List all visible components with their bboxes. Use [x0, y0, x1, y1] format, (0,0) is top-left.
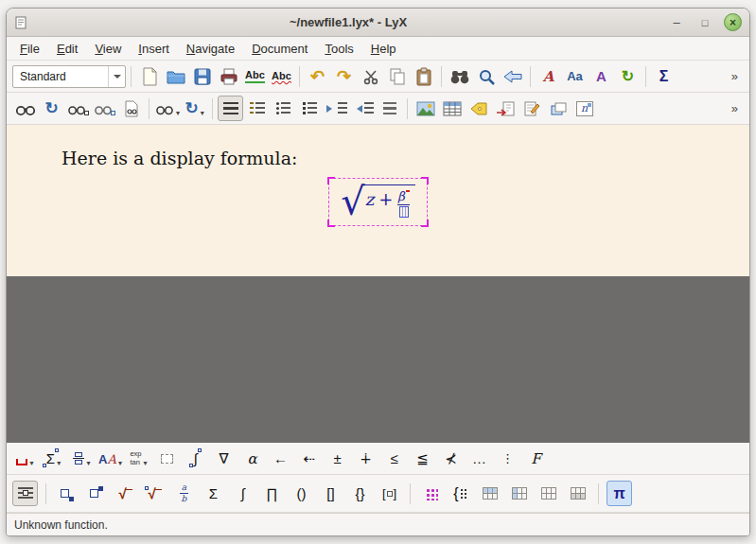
math-space-menu-button[interactable]: ▾	[12, 446, 38, 471]
dashed-arrow-button[interactable]: ⇠	[296, 446, 322, 471]
noun-style-button[interactable]: Aa	[562, 63, 588, 89]
save-button[interactable]	[189, 63, 215, 89]
braces-button[interactable]: {}	[347, 481, 373, 506]
delimiters-button[interactable]: []	[377, 481, 402, 506]
cases-environment-button[interactable]: {	[448, 481, 473, 506]
language-check-button[interactable]: Abc	[269, 63, 294, 89]
view-other-formats-button[interactable]: ▾	[154, 96, 181, 121]
menu-view[interactable]: View	[87, 40, 129, 58]
update-button[interactable]: ↻	[39, 96, 64, 121]
description-list-button[interactable]	[297, 96, 323, 121]
integral-button[interactable]: ∫	[230, 481, 255, 506]
square-root-button[interactable]: √	[113, 481, 138, 506]
toolbar-overflow-button[interactable]: »	[726, 99, 744, 117]
print-button[interactable]	[216, 63, 241, 89]
search-button[interactable]	[473, 63, 499, 89]
bullet-list-button[interactable]	[271, 96, 296, 121]
dots-button[interactable]: …	[466, 446, 492, 471]
menu-file[interactable]: File	[12, 40, 47, 58]
paragraph-settings-button[interactable]	[218, 96, 243, 121]
empty-placeholder-box[interactable]	[399, 206, 409, 218]
display-formula-toggle[interactable]	[12, 481, 38, 506]
plus-minus-button[interactable]: ±	[325, 446, 350, 471]
parentheses-button[interactable]: ()	[289, 481, 314, 506]
fraction-button[interactable]: ab	[171, 481, 197, 506]
increase-depth-button[interactable]	[324, 96, 349, 121]
brackets-button[interactable]: []	[318, 481, 343, 506]
copy-button[interactable]	[384, 63, 410, 89]
menu-document[interactable]: Document	[244, 40, 315, 58]
open-document-button[interactable]	[163, 63, 188, 89]
view-button[interactable]	[12, 96, 38, 121]
dot-plus-button[interactable]: ∔	[353, 446, 378, 471]
a-over-b-icon: ab	[180, 483, 188, 503]
navigate-back-button[interactable]	[500, 63, 525, 89]
new-document-button[interactable]	[136, 63, 162, 89]
layout-combobox[interactable]: Standard	[12, 65, 126, 88]
close-button[interactable]: ×	[724, 13, 742, 31]
vertical-dots-button[interactable]: ⋮	[495, 446, 520, 471]
insert-float-button[interactable]	[545, 96, 571, 121]
arrow-button[interactable]: ←	[268, 446, 293, 471]
document-canvas[interactable]: Here is a display formula: √ z + β	[7, 125, 749, 443]
not-precedes-button[interactable]: ⊀	[438, 446, 464, 471]
insert-citation-button[interactable]	[519, 96, 544, 121]
spellcheck-button[interactable]: Abc	[242, 63, 268, 89]
update-master-button[interactable]	[92, 96, 117, 121]
math-function-f-button[interactable]: F	[523, 446, 549, 471]
document-page[interactable]: Here is a display formula: √ z + β	[7, 125, 749, 276]
list-layout-button[interactable]	[377, 96, 402, 121]
emphasis-button[interactable]: A	[536, 63, 561, 89]
undo-button[interactable]: ↶	[305, 63, 330, 89]
add-column-button[interactable]	[506, 481, 532, 506]
nabla-button[interactable]: ∇	[211, 446, 237, 471]
less-equal-double-button[interactable]: ≦	[410, 446, 435, 471]
menu-insert[interactable]: Insert	[131, 40, 177, 58]
toggle-grid-lines-button[interactable]	[536, 481, 561, 506]
menu-tools[interactable]: Tools	[317, 40, 360, 58]
root-button[interactable]: √	[142, 481, 167, 506]
less-equal-button[interactable]: ≤	[381, 446, 407, 471]
subscript-button[interactable]	[54, 481, 79, 506]
math-functions-menu-button[interactable]: exptan▾	[126, 446, 151, 471]
operator-limits-button[interactable]: ∫	[183, 446, 208, 471]
big-operator-menu-button[interactable]: Σ▾	[41, 446, 66, 471]
view-master-button[interactable]	[65, 96, 91, 121]
insert-matrix-button[interactable]	[418, 481, 444, 506]
greek-letters-button[interactable]: α	[239, 446, 265, 471]
insert-figure-button[interactable]	[413, 96, 438, 121]
redo-button[interactable]: ↷	[331, 63, 357, 89]
sum-button[interactable]: Σ	[201, 481, 226, 506]
insert-nomenclature-button[interactable]: n	[571, 96, 597, 121]
grid-top-icon	[483, 487, 498, 500]
insert-box-button[interactable]	[154, 446, 180, 471]
insert-math-button[interactable]: Σ	[651, 63, 677, 89]
menu-navigate[interactable]: Navigate	[179, 40, 242, 58]
text-style-button[interactable]: A	[589, 63, 614, 89]
numbered-list-button[interactable]	[244, 96, 270, 121]
menu-edit[interactable]: Edit	[49, 40, 85, 58]
math-font-menu-button[interactable]: AA▾	[97, 446, 123, 471]
selected-formula-inset[interactable]: √ z + β	[328, 178, 428, 226]
product-button[interactable]: ∏	[259, 481, 285, 506]
menu-help[interactable]: Help	[363, 40, 404, 58]
apply-style-button[interactable]: ↻	[615, 63, 641, 89]
paste-button[interactable]	[411, 63, 436, 89]
fraction-menu-button[interactable]: ▾	[69, 446, 95, 471]
insert-label-button[interactable]	[466, 96, 491, 121]
insert-cross-reference-button[interactable]	[492, 96, 518, 121]
view-source-button[interactable]	[118, 96, 144, 121]
math-panel-toggle[interactable]: π	[607, 481, 632, 506]
update-other-formats-button[interactable]: ↻▾	[182, 96, 207, 121]
insert-table-button[interactable]	[439, 96, 465, 121]
add-row-button[interactable]	[477, 481, 502, 506]
cut-button[interactable]	[358, 63, 383, 89]
minimize-button[interactable]: –	[667, 13, 686, 32]
superscript-button[interactable]	[83, 481, 109, 506]
maximize-button[interactable]: □	[695, 13, 714, 32]
titlebar[interactable]: ~/newfile1.lyx* - LyX – □ ×	[7, 9, 749, 37]
decrease-depth-button[interactable]	[350, 96, 376, 121]
toggle-border-lines-button[interactable]	[565, 481, 590, 506]
toolbar-overflow-button[interactable]: »	[726, 67, 744, 85]
find-replace-button[interactable]	[447, 63, 472, 89]
